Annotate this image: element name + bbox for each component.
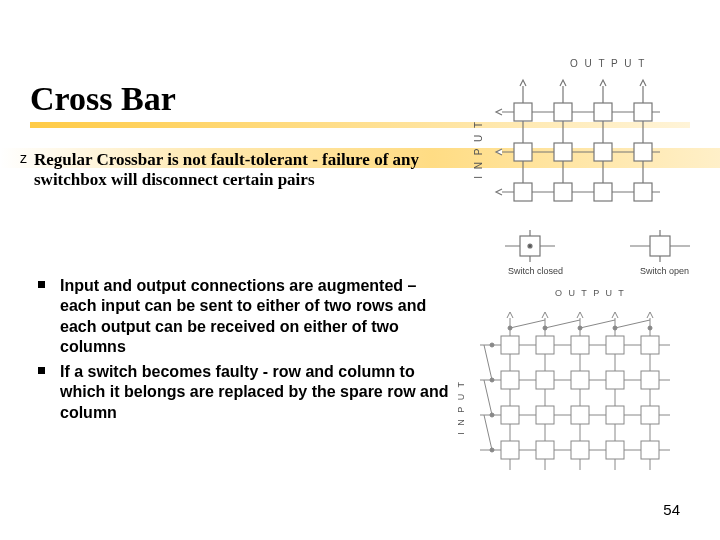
svg-rect-62 (536, 406, 554, 424)
bullet-main: z Regular Crossbar is not fault-tolerant… (34, 150, 434, 191)
svg-rect-67 (536, 441, 554, 459)
switch-legend-diagram (500, 228, 700, 268)
slide-title: Cross Bar (30, 80, 176, 118)
svg-rect-10 (634, 103, 652, 121)
svg-rect-63 (571, 406, 589, 424)
svg-rect-25 (650, 236, 670, 256)
svg-line-48 (484, 345, 492, 380)
svg-rect-8 (554, 103, 572, 121)
output-label-top: O U T P U T (570, 58, 646, 69)
sub-bullet-1-text: Input and output connections are augment… (60, 277, 426, 355)
svg-rect-18 (634, 183, 652, 201)
svg-rect-52 (536, 336, 554, 354)
svg-line-41 (545, 320, 580, 328)
svg-rect-7 (514, 103, 532, 121)
sub-bullet-1: Input and output connections are augment… (60, 276, 450, 358)
switch-open-label: Switch open (640, 266, 689, 276)
svg-point-44 (490, 343, 494, 347)
square-bullet-icon (38, 367, 45, 374)
svg-rect-14 (634, 143, 652, 161)
svg-rect-66 (501, 441, 519, 459)
svg-line-40 (510, 320, 545, 328)
svg-rect-15 (514, 183, 532, 201)
svg-line-49 (484, 380, 492, 415)
square-bullet-icon (38, 281, 45, 288)
svg-rect-54 (606, 336, 624, 354)
page-number: 54 (663, 501, 680, 518)
svg-rect-68 (571, 441, 589, 459)
svg-line-43 (615, 320, 650, 328)
svg-rect-58 (571, 371, 589, 389)
svg-rect-69 (606, 441, 624, 459)
svg-line-50 (484, 415, 492, 450)
svg-rect-56 (501, 371, 519, 389)
slide: Cross Bar z Regular Crossbar is not faul… (0, 0, 720, 540)
output-label-bottom: O U T P U T (555, 288, 626, 298)
svg-rect-57 (536, 371, 554, 389)
crossbar-diagram (490, 72, 690, 212)
augmented-crossbar-diagram (470, 300, 700, 490)
svg-rect-17 (594, 183, 612, 201)
svg-rect-55 (641, 336, 659, 354)
svg-rect-9 (594, 103, 612, 121)
svg-point-39 (648, 326, 652, 330)
svg-rect-12 (554, 143, 572, 161)
svg-rect-53 (571, 336, 589, 354)
sub-bullet-2-text: If a switch becomes faulty - row and col… (60, 363, 449, 421)
svg-rect-13 (594, 143, 612, 161)
sub-bullet-2: If a switch becomes faulty - row and col… (60, 362, 450, 423)
svg-rect-70 (641, 441, 659, 459)
sub-bullet-list: Input and output connections are augment… (60, 276, 450, 427)
input-label-top: I N P U T (473, 120, 484, 179)
bullet-glyph-icon: z (20, 150, 27, 167)
svg-rect-59 (606, 371, 624, 389)
input-label-bottom: I N P U T (456, 380, 466, 435)
svg-line-42 (580, 320, 615, 328)
svg-rect-11 (514, 143, 532, 161)
switch-closed-label: Switch closed (508, 266, 563, 276)
svg-point-22 (528, 244, 532, 248)
svg-rect-16 (554, 183, 572, 201)
svg-rect-60 (641, 371, 659, 389)
svg-rect-64 (606, 406, 624, 424)
bullet-main-text: Regular Crossbar is not fault-tolerant -… (34, 150, 419, 189)
svg-rect-65 (641, 406, 659, 424)
svg-rect-61 (501, 406, 519, 424)
svg-rect-51 (501, 336, 519, 354)
